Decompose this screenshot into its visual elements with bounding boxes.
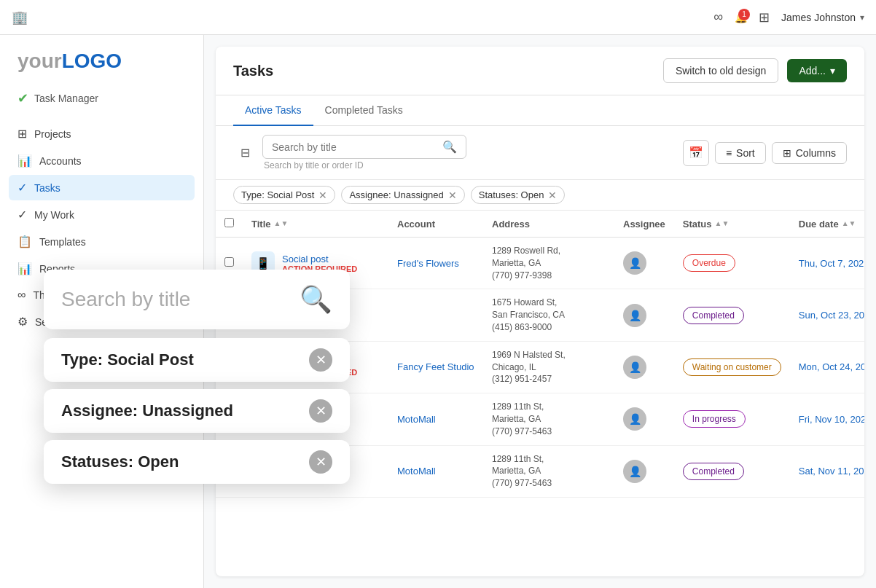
logo: yourLOGO (17, 50, 122, 73)
tab-completed-tasks[interactable]: Completed Tasks (313, 95, 415, 126)
address-text: 1289 11th St,Marietta, GA(770) 977-5463 (492, 453, 606, 490)
sidebar-item-templates[interactable]: 📋 Templates (9, 229, 195, 254)
chip-status-close[interactable]: ✕ (548, 190, 557, 200)
app-label-text: Task Manager (34, 93, 98, 104)
switch-design-button[interactable]: Switch to old design (663, 58, 779, 83)
sort-icon: ≡ (726, 147, 732, 159)
address-text: 1289 Roswell Rd,Marietta, GA(770) 977-93… (492, 245, 606, 281)
sidebar-item-label: Projects (34, 128, 71, 140)
sidebar-item-label: Templates (39, 236, 86, 248)
status-badge: Waiting on customer (683, 358, 781, 376)
floating-chip-type-close[interactable]: ✕ (309, 348, 332, 372)
row-address-cell: 1289 Roswell Rd,Marietta, GA(770) 977-93… (483, 238, 614, 289)
due-date[interactable]: Sat, Nov 11, 2021 (799, 466, 864, 477)
assignee-avatar: 👤 (623, 407, 646, 431)
address-text: 1289 11th St,Marietta, GA(770) 977-5463 (492, 401, 606, 437)
floating-chip-assignee: Assignee: Unassigned ✕ (44, 389, 350, 433)
floating-chip-type-label: Type: Social Post (61, 350, 297, 369)
add-button-label: Add... (799, 65, 826, 77)
row-address-cell: 1289 11th St,Marietta, GA(770) 977-5463 (483, 393, 614, 445)
account-link[interactable]: MotoMall (397, 414, 436, 425)
chip-assignee: Assignee: Unassigned ✕ (341, 186, 464, 204)
table-header-row: Title ▲▼ Account Address As (216, 211, 864, 238)
search-icon[interactable]: 🔍 (442, 140, 457, 154)
logo-your: your (17, 50, 62, 72)
accounts-icon: 📊 (17, 154, 32, 168)
sidebar-item-mywork[interactable]: ✓ My Work (9, 202, 195, 227)
sidebar-item-label: My Work (34, 209, 74, 221)
status-badge: In progress (683, 410, 746, 428)
floating-chip-type: Type: Social Post ✕ (44, 338, 350, 382)
duedate-sort-arrows: ▲▼ (842, 220, 856, 227)
search-input[interactable] (272, 141, 442, 153)
row-duedate-cell: Mon, Oct 24, 2021 (790, 341, 864, 393)
address-text: 1969 N Halsted St,Chicago, IL(312) 951-2… (492, 349, 606, 385)
floating-chip-statuses-label: Statuses: Open (61, 452, 297, 471)
app-label: ✔ Task Manager (0, 85, 203, 118)
select-all-checkbox[interactable] (224, 218, 234, 227)
link-icon[interactable]: ∞ (713, 9, 723, 25)
floating-search-icon[interactable]: 🔍 (300, 284, 332, 315)
notification-count: 1 (738, 9, 750, 20)
logo-logo: LOGO (62, 50, 122, 72)
due-date[interactable]: Fri, Nov 10, 2021 (799, 414, 864, 425)
due-date[interactable]: Mon, Oct 24, 2021 (799, 361, 864, 372)
row-assignee-cell: 👤 (614, 445, 674, 497)
chip-type-label: Type: Social Post (241, 189, 314, 200)
due-date[interactable]: Sun, Oct 23, 2021 (799, 310, 864, 321)
th-duedate[interactable]: Due date ▲▼ (790, 211, 864, 238)
floating-overlay: Search by title 🔍 Type: Social Post ✕ As… (44, 270, 350, 491)
th-title[interactable]: Title ▲▼ (243, 211, 388, 238)
status-badge: Completed (683, 307, 744, 324)
account-link[interactable]: Fred's Flowers (397, 258, 459, 269)
account-link[interactable]: MotoMall (397, 466, 436, 477)
row-assignee-cell: 👤 (614, 341, 674, 393)
page-header-actions: Switch to old design Add... ▾ (663, 58, 847, 83)
reports-icon: 📊 (17, 262, 32, 275)
th-address: Address (483, 211, 614, 238)
columns-button[interactable]: ⊞ Columns (772, 142, 847, 164)
row-status-cell: Overdue (674, 238, 790, 289)
floating-search-text: Search by title (61, 288, 288, 311)
sort-button[interactable]: ≡ Sort (715, 142, 766, 164)
chip-assignee-close[interactable]: ✕ (448, 190, 457, 200)
add-dropdown-arrow: ▾ (830, 65, 835, 77)
building-icon[interactable]: 🏢 (12, 9, 28, 26)
chip-status-label: Statuses: Open (479, 189, 544, 200)
search-box: 🔍 Search by title or order ID (262, 135, 466, 170)
tab-active-tasks[interactable]: Active Tasks (233, 95, 313, 126)
notifications-bell[interactable]: 🔔 1 (735, 12, 747, 23)
row-address-cell: 1289 11th St,Marietta, GA(770) 977-5463 (483, 445, 614, 497)
account-link[interactable]: Fancy Feet Studio (397, 361, 474, 372)
filter-chips: Type: Social Post ✕ Assignee: Unassigned… (216, 180, 864, 211)
row-assignee-cell: 👤 (614, 393, 674, 445)
row-duedate-cell: Sat, Nov 11, 2021 (790, 445, 864, 497)
calendar-view-button[interactable]: 📅 (683, 140, 709, 166)
grid-icon[interactable]: ⊞ (759, 9, 770, 26)
floating-chip-assignee-close[interactable]: ✕ (309, 399, 332, 423)
sidebar-item-tasks[interactable]: ✓ Tasks (9, 175, 195, 200)
row-assignee-cell: 👤 (614, 238, 674, 289)
due-date[interactable]: Thu, Oct 7, 2021 (799, 258, 864, 269)
floating-chip-statuses-close[interactable]: ✕ (309, 450, 332, 474)
task-type-icon: 📱 (256, 256, 270, 270)
page-header: Tasks Switch to old design Add... ▾ (216, 47, 864, 95)
user-name: James Johnston (781, 12, 856, 23)
tasks-icon: ✓ (17, 181, 27, 195)
sidebar-item-label: Tasks (34, 182, 60, 194)
th-status[interactable]: Status ▲▼ (674, 211, 790, 238)
assignee-avatar: 👤 (623, 460, 646, 483)
row-checkbox[interactable] (224, 257, 234, 267)
row-account-cell: Fred's Flowers (388, 238, 483, 289)
task-title[interactable]: Social post (282, 254, 357, 264)
settings-icon: ⚙ (17, 315, 28, 329)
user-menu[interactable]: James Johnston ▾ (781, 12, 864, 23)
topbar-right: ∞ 🔔 1 ⊞ James Johnston ▾ (713, 9, 864, 26)
floating-chip-statuses: Statuses: Open ✕ (44, 440, 350, 484)
sidebar-item-projects[interactable]: ⊞ Projects (9, 121, 195, 146)
filter-button[interactable]: ⊟ (233, 141, 257, 165)
chip-type-close[interactable]: ✕ (318, 190, 327, 200)
row-duedate-cell: Thu, Oct 7, 2021 (790, 238, 864, 289)
add-button[interactable]: Add... ▾ (787, 59, 847, 82)
sidebar-item-accounts[interactable]: 📊 Accounts (9, 148, 195, 173)
